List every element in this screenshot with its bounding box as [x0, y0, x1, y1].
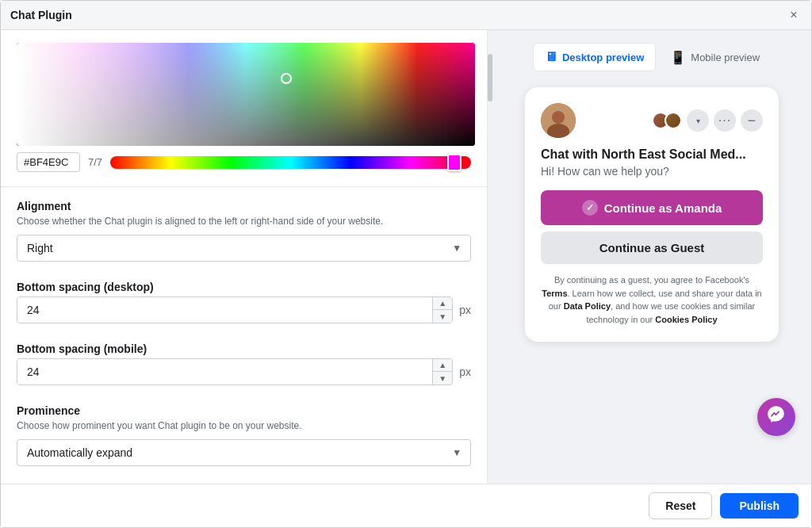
desktop-icon: 🖥 [545, 50, 557, 64]
hex-input[interactable] [17, 152, 80, 172]
chat-legal-text: By continuing as a guest, you agree to F… [541, 274, 763, 326]
left-panel-wrapper: 7/7 Alignment Choose whether the Chat pl… [1, 30, 492, 484]
avatar-group [652, 112, 682, 129]
prominence-dropdown-wrapper: Automatically expand Standard Minimized … [17, 439, 471, 466]
messenger-fab[interactable] [757, 398, 795, 436]
bottom-spacing-mobile-title: Bottom spacing (mobile) [17, 342, 471, 355]
publish-button[interactable]: Publish [720, 493, 799, 518]
legal-text-1: By continuing as a guest, you agree to F… [554, 275, 749, 285]
messenger-fab-icon [766, 404, 787, 430]
svg-point-1 [552, 111, 565, 124]
prominence-desc: Choose how prominent you want Chat plugi… [17, 420, 471, 431]
alignment-title: Alignment [17, 200, 471, 212]
bottom-spacing-desktop-title: Bottom spacing (desktop) [17, 281, 471, 293]
right-panel: 🖥 Desktop preview 📱 Mobile preview [492, 30, 811, 484]
bottom-spacing-mobile-unit: px [459, 365, 471, 378]
window-title: Chat Plugin [10, 9, 72, 21]
settings-panel: Alignment Choose whether the Chat plugin… [1, 193, 487, 484]
continue-as-guest-button[interactable]: Continue as Guest [541, 231, 763, 264]
more-options-button[interactable]: ··· [714, 109, 736, 132]
alignment-desc: Choose whether the Chat plugin is aligne… [17, 216, 471, 227]
reset-button[interactable]: Reset [649, 492, 712, 519]
left-panel: 7/7 Alignment Choose whether the Chat pl… [1, 30, 488, 484]
color-gradient[interactable] [17, 43, 475, 146]
chat-subtitle: Hi! How can we help you? [541, 165, 763, 178]
bottom-spacing-mobile-section: Bottom spacing (mobile) ▲ ▼ px [17, 342, 471, 385]
tab-mobile-preview[interactable]: 📱 Mobile preview [659, 44, 771, 71]
mobile-icon: 📱 [670, 50, 686, 65]
prominence-section: Prominence Choose how prominent you want… [17, 404, 471, 466]
bottom-spacing-desktop-input[interactable] [17, 297, 432, 323]
chat-preview-card: ▾ ··· − Chat with North East Social Med.… [525, 87, 779, 342]
bottom-spacing-desktop-input-wrapper: ▲ ▼ [17, 297, 453, 323]
minimize-button[interactable]: − [741, 109, 763, 132]
chat-plugin-window: Chat Plugin × 7/7 [0, 0, 812, 528]
alignment-dropdown-wrapper: Left Right ▼ [17, 235, 471, 262]
legal-cookies-link[interactable]: Cookies Policy [655, 315, 717, 324]
legal-terms-link[interactable]: Terms [542, 289, 567, 298]
bottom-spacing-desktop-section: Bottom spacing (desktop) ▲ ▼ px [17, 281, 471, 323]
color-picker-area: 7/7 [1, 30, 487, 180]
spinner-down-mobile[interactable]: ▼ [433, 372, 452, 385]
header-actions: ▾ ··· − [652, 109, 763, 132]
spinner-up-mobile[interactable]: ▲ [433, 359, 452, 372]
legal-data-policy-link[interactable]: Data Policy [564, 301, 611, 311]
color-bar-row: 7/7 [17, 152, 471, 172]
chat-card-header: ▾ ··· − [541, 103, 763, 138]
bottom-spacing-desktop-unit: px [459, 304, 471, 316]
desktop-tab-label: Desktop preview [562, 52, 644, 63]
messenger-btn-icon: ✓ [582, 200, 598, 216]
hue-slider[interactable] [110, 156, 471, 169]
bottom-spacing-mobile-input-wrapper: ▲ ▼ [17, 358, 453, 385]
divider-1 [1, 186, 487, 187]
bottom-spacing-mobile-input[interactable] [17, 359, 432, 385]
tab-desktop-preview[interactable]: 🖥 Desktop preview [533, 43, 656, 71]
bottom-spacing-mobile-row: ▲ ▼ px [17, 358, 471, 385]
spinner-down-desktop[interactable]: ▼ [433, 310, 452, 323]
avatar [541, 103, 576, 138]
footer: Reset Publish [1, 484, 811, 527]
prominence-title: Prominence [17, 404, 471, 417]
preview-tabs: 🖥 Desktop preview 📱 Mobile preview [505, 43, 799, 71]
mobile-tab-label: Mobile preview [691, 52, 760, 63]
titlebar: Chat Plugin × [1, 1, 811, 30]
color-gradient-overlay [17, 43, 475, 146]
close-button[interactable]: × [786, 7, 802, 23]
bottom-spacing-mobile-spinners: ▲ ▼ [432, 359, 452, 385]
continue-as-user-button[interactable]: ✓ Continue as Amanda [541, 190, 763, 225]
chevron-down-button[interactable]: ▾ [687, 109, 709, 132]
chat-title: Chat with North East Social Med... [541, 147, 763, 162]
bottom-spacing-desktop-row: ▲ ▼ px [17, 297, 471, 323]
step-label: 7/7 [88, 156, 102, 168]
spinner-up-desktop[interactable]: ▲ [433, 297, 452, 310]
alignment-section: Alignment Choose whether the Chat plugin… [17, 200, 471, 262]
bottom-spacing-desktop-spinners: ▲ ▼ [432, 297, 452, 323]
mini-avatar-2 [665, 112, 682, 129]
continue-user-label: Continue as Amanda [604, 201, 722, 215]
alignment-dropdown[interactable]: Left Right [17, 235, 471, 262]
continue-guest-label: Continue as Guest [599, 241, 705, 254]
hue-thumb[interactable] [447, 154, 462, 171]
main-content: 7/7 Alignment Choose whether the Chat pl… [1, 30, 811, 484]
prominence-dropdown[interactable]: Automatically expand Standard Minimized [17, 439, 471, 466]
